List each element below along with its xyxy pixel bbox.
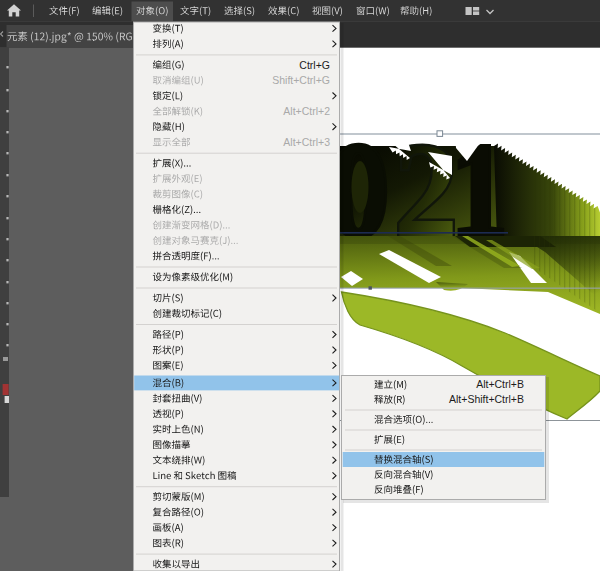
svg-text:Shift+Ctrl+G: Shift+Ctrl+G [272, 74, 330, 86]
svg-text:Alt+Shift+Ctrl+B: Alt+Shift+Ctrl+B [449, 393, 524, 405]
svg-text:Alt+Ctrl+2: Alt+Ctrl+2 [283, 105, 330, 117]
svg-text:Alt+Ctrl+B: Alt+Ctrl+B [476, 378, 524, 390]
svg-text:Ctrl+G: Ctrl+G [299, 59, 330, 71]
svg-text:Alt+Ctrl+3: Alt+Ctrl+3 [283, 136, 330, 148]
